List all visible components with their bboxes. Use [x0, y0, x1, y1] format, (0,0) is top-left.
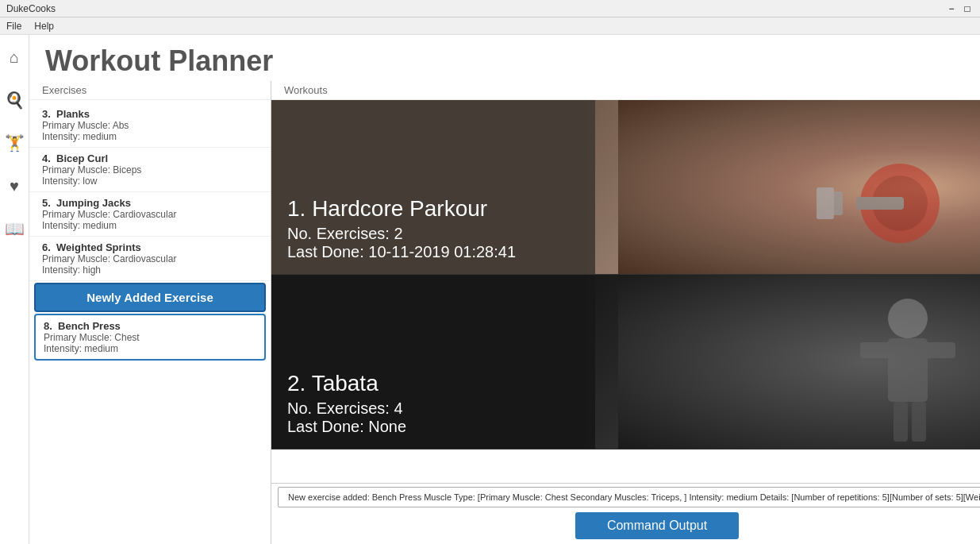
workouts-panel: Workouts [271, 81, 980, 544]
menu-help[interactable]: Help [34, 21, 54, 32]
app-name: DukeCooks [6, 3, 56, 14]
exercise-name-newly-added: Newly Added Exercise [44, 291, 256, 304]
dumbbell-svg [805, 148, 963, 259]
command-output-area: Command Output [271, 509, 980, 544]
bottom-section: New exercise added: Bench Press Muscle T… [271, 483, 980, 544]
svg-rect-4 [817, 187, 834, 219]
title-bar: DukeCooks − □ [0, 0, 980, 17]
exercise-name-bench-press: 8. Bench Press [44, 320, 256, 332]
content-area: Workout Planner Exercises 3. Planks Prim… [29, 35, 980, 544]
exercise-muscle-jumping-jacks: Primary Muscle: Cardiovascular [42, 209, 258, 220]
workout-title-2: 2. Tabata [287, 371, 406, 396]
exercise-name-jumping-jacks: 5. Jumping Jacks [42, 197, 258, 209]
svg-rect-8 [924, 342, 955, 358]
app-body: ⌂ 🍳 🏋 ♥ 📖 Workout Planner Exercises 3. P… [0, 35, 980, 544]
book-icon[interactable]: 📖 [0, 214, 29, 243]
workouts-list[interactable]: 1. Hardcore Parkour No. Exercises: 2 Las… [271, 100, 980, 483]
exercise-muscle-bench-press: Primary Muscle: Chest [44, 332, 256, 343]
exercise-name-bicep-curl: 4. Bicep Curl [42, 152, 258, 164]
workout-card-hardcore-parkour[interactable]: 1. Hardcore Parkour No. Exercises: 2 Las… [271, 100, 980, 275]
page-title: Workout Planner [29, 35, 980, 81]
svg-point-5 [888, 299, 928, 338]
minimize-button[interactable]: − [945, 2, 958, 15]
workout-title-1: 1. Hardcore Parkour [287, 196, 516, 222]
exercise-intensity-bicep-curl: Intensity: low [42, 176, 258, 187]
exercise-intensity-planks: Intensity: medium [42, 131, 258, 142]
svg-rect-10 [912, 402, 926, 442]
svg-rect-6 [888, 338, 928, 402]
exercises-header: Exercises [29, 81, 271, 100]
exercises-list[interactable]: 3. Planks Primary Muscle: Abs Intensity:… [29, 100, 271, 544]
exercise-item-jumping-jacks[interactable]: 5. Jumping Jacks Primary Muscle: Cardiov… [29, 192, 271, 237]
menu-file[interactable]: File [6, 21, 21, 32]
exercise-item-bench-press[interactable]: 8. Bench Press Primary Muscle: Chest Int… [34, 314, 266, 361]
home-icon[interactable]: ⌂ [0, 43, 29, 71]
workout-lastdone-2: Last Done: None [287, 418, 406, 436]
exercise-intensity-weighted-sprints: Intensity: high [42, 264, 258, 276]
command-output-button[interactable]: Command Output [575, 512, 739, 539]
main-split: Exercises 3. Planks Primary Muscle: Abs … [29, 81, 980, 544]
workout-exercises-2: No. Exercises: 4 [287, 399, 406, 418]
workout-icon[interactable]: 🏋 [0, 129, 29, 157]
person-svg [836, 291, 979, 449]
exercise-muscle-bicep-curl: Primary Muscle: Biceps [42, 164, 258, 176]
exercise-item-newly-added[interactable]: Newly Added Exercise [34, 283, 266, 312]
maximize-button[interactable]: □ [961, 2, 974, 15]
workout-lastdone-1: Last Done: 10-11-2019 01:28:41 [287, 243, 516, 261]
workout-card-tabata[interactable]: 2. Tabata No. Exercises: 4 Last Done: No… [271, 275, 980, 449]
exercise-intensity-bench-press: Intensity: medium [44, 343, 256, 354]
exercise-item-weighted-sprints[interactable]: 6. Weighted Sprints Primary Muscle: Card… [29, 237, 271, 281]
exercise-muscle-weighted-sprints: Primary Muscle: Cardiovascular [42, 253, 258, 264]
exercise-name-weighted-sprints: 6. Weighted Sprints [42, 241, 258, 253]
exercises-panel: Exercises 3. Planks Primary Muscle: Abs … [29, 81, 271, 544]
exercise-item-bicep-curl[interactable]: 4. Bicep Curl Primary Muscle: Biceps Int… [29, 148, 271, 192]
workout-info-2: 2. Tabata No. Exercises: 4 Last Done: No… [271, 358, 422, 449]
exercise-item-planks[interactable]: 3. Planks Primary Muscle: Abs Intensity:… [29, 103, 271, 148]
svg-rect-9 [894, 402, 908, 442]
svg-rect-7 [860, 342, 892, 358]
exercise-name-planks: 3. Planks [42, 108, 258, 120]
menu-bar: File Help [0, 17, 980, 35]
heart-icon[interactable]: ♥ [0, 172, 29, 200]
workouts-header: Workouts [271, 81, 980, 100]
sidebar-icons: ⌂ 🍳 🏋 ♥ 📖 [0, 35, 29, 544]
exercise-intensity-jumping-jacks: Intensity: medium [42, 220, 258, 231]
workout-info-1: 1. Hardcore Parkour No. Exercises: 2 Las… [271, 183, 532, 274]
output-bar: New exercise added: Bench Press Muscle T… [278, 487, 980, 507]
window-controls: − □ [945, 2, 974, 15]
chef-icon[interactable]: 🍳 [0, 86, 29, 114]
workout-exercises-1: No. Exercises: 2 [287, 225, 516, 243]
exercise-muscle-planks: Primary Muscle: Abs [42, 120, 258, 131]
svg-rect-2 [856, 197, 904, 210]
